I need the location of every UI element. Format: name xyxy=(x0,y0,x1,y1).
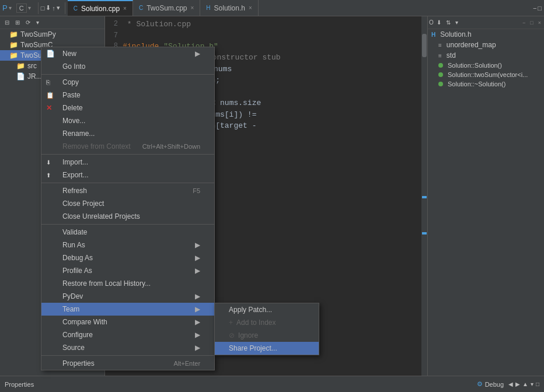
code-line-1: 2 * Solution.cpp xyxy=(105,19,427,30)
outline-ns-icon: ≡ xyxy=(438,52,442,59)
minimize-btn[interactable]: − xyxy=(533,5,536,12)
import-icon: ⬇ xyxy=(46,159,51,166)
toolbar-btn3[interactable]: ↑ xyxy=(52,4,55,12)
dot-green-icon2 xyxy=(438,72,443,77)
tab-close-solution[interactable]: × xyxy=(123,5,127,12)
debug-icon: ⚙ xyxy=(477,380,483,388)
menu-item-move[interactable]: Move... xyxy=(41,114,214,127)
outline-menu-btn[interactable]: ▾ xyxy=(454,18,460,27)
right-panel: O ⬇ ⇅ ▾ − □ × H Solution.h ≡ unordered_m… xyxy=(427,16,544,376)
run-as-arrow: ▶ xyxy=(195,241,200,249)
menu-item-validate[interactable]: Validate xyxy=(41,226,214,239)
compare-arrow: ▶ xyxy=(195,318,200,326)
menu-item-export[interactable]: ⬆ Export... xyxy=(41,169,214,181)
file-icon: 📄 xyxy=(16,72,25,80)
new-arrow: ▶ xyxy=(195,50,200,58)
menu-item-go-into[interactable]: Go Into xyxy=(41,60,214,73)
menu-item-pydev[interactable]: PyDev ▶ xyxy=(41,290,214,303)
outline-item-unordered-map: ≡ unordered_map xyxy=(428,40,544,50)
delete-icon: ✕ xyxy=(46,104,52,112)
separator-2 xyxy=(41,154,214,155)
folder-icon: 📁 xyxy=(9,30,18,38)
outline-item-twosum: Solution::twoSum(vector<i... xyxy=(428,70,544,79)
outline-sort-btn[interactable]: ⇅ xyxy=(444,18,452,27)
menu-item-debug-as[interactable]: Debug As ▶ xyxy=(41,251,214,264)
paste-icon: 📋 xyxy=(46,92,54,99)
menu-item-configure[interactable]: Configure ▶ xyxy=(41,328,214,341)
tab-bar: P ▾ C ▾ □ ⬇ ↑ ▾ C Solution.cpp × C TwoSu… xyxy=(0,0,544,16)
sidebar-item-twosumpy[interactable]: 📁 TwoSumPy xyxy=(0,29,104,40)
menu-item-close-unrelated[interactable]: Close Unrelated Projects xyxy=(41,210,214,223)
status-up-btn[interactable]: ▲ xyxy=(522,381,528,387)
submenu-team: Apply Patch... + Add to Index ⊘ Ignore S… xyxy=(214,303,319,355)
scrollbar-vertical[interactable] xyxy=(421,16,427,376)
menu-item-close-project[interactable]: Close Project xyxy=(41,197,214,210)
outline-h-icon: H xyxy=(431,32,435,38)
sidebar-menu-btn[interactable]: ▾ xyxy=(34,18,41,27)
tab-solution-h[interactable]: H Solution.h × xyxy=(200,0,258,16)
pydev-arrow: ▶ xyxy=(195,292,200,300)
menu-item-compare-with[interactable]: Compare With ▶ xyxy=(41,316,214,328)
sidebar-toolbar: ⊟ ⊞ ⟳ ▾ xyxy=(0,16,104,29)
code-line-7: 7 xyxy=(105,30,427,41)
sidebar-collapse-btn[interactable]: ⊟ xyxy=(2,18,12,27)
outline-item-destructor: Solution::~Solution() xyxy=(428,79,544,89)
outline-item-constructor: Solution::Solution() xyxy=(428,61,544,70)
status-bar: Properties ⚙ Debug ◀ ▶ ▲ ▾ □ xyxy=(0,376,544,392)
menu-item-profile-as[interactable]: Profile As ▶ xyxy=(41,264,214,277)
menu-item-new[interactable]: 📄 New ▶ xyxy=(41,47,214,60)
tab-close-twosum[interactable]: × xyxy=(191,5,194,11)
status-forward-btn[interactable]: ▶ xyxy=(515,381,520,387)
dot-green-icon xyxy=(438,63,443,68)
tab-twosum-cpp[interactable]: C TwoSum.cpp × xyxy=(133,0,200,16)
outline-min-btn[interactable]: − xyxy=(521,19,527,27)
right-panel-toolbar: O ⬇ ⇅ ▾ − □ × xyxy=(428,16,544,29)
submenu-ignore[interactable]: ⊘ Ignore xyxy=(215,329,319,342)
menu-item-properties[interactable]: Properties Alt+Enter xyxy=(41,357,214,370)
separator-3 xyxy=(41,183,214,183)
tab-solution-cpp[interactable]: C Solution.cpp × xyxy=(68,0,133,16)
configure-arrow: ▶ xyxy=(195,331,200,339)
status-back-btn[interactable]: ◀ xyxy=(508,381,513,387)
status-max-btn[interactable]: □ xyxy=(536,381,539,387)
menu-item-team[interactable]: Team ▶ Apply Patch... + Add to Index ⊘ I… xyxy=(41,303,214,316)
submenu-apply-patch[interactable]: Apply Patch... xyxy=(215,303,319,316)
menu-item-refresh[interactable]: Refresh F5 xyxy=(41,184,214,197)
source-arrow: ▶ xyxy=(195,344,200,352)
export-icon: ⬆ xyxy=(46,172,51,178)
menu-item-run-as[interactable]: Run As ▶ xyxy=(41,239,214,251)
menu-item-delete[interactable]: ✕ Delete xyxy=(41,102,214,114)
toolbar-btn4[interactable]: ▾ xyxy=(57,4,60,12)
dot-green-icon3 xyxy=(438,82,443,86)
folder-icon2: 📁 xyxy=(9,41,18,49)
submenu-add-to-index[interactable]: + Add to Index xyxy=(215,316,319,329)
menu-item-source[interactable]: Source ▶ xyxy=(41,341,214,354)
toolbar-btn[interactable]: □ xyxy=(41,4,45,12)
menu-item-copy[interactable]: ⎘ Copy xyxy=(41,76,214,89)
outline-max-btn[interactable]: □ xyxy=(528,19,535,27)
properties-tab[interactable]: Properties xyxy=(5,381,34,388)
status-menu-btn[interactable]: ▾ xyxy=(531,381,533,387)
menu-item-remove-context[interactable]: Remove from Context Ctrl+Alt+Shift+Down xyxy=(41,140,214,153)
tab-h-icon: H xyxy=(206,5,210,11)
toolbar-btn2[interactable]: ⬇ xyxy=(46,4,51,12)
tab-close-solution-h[interactable]: × xyxy=(249,5,252,11)
profile-as-arrow: ▶ xyxy=(195,267,200,275)
debug-as-arrow: ▶ xyxy=(195,254,200,262)
menu-item-restore-history[interactable]: Restore from Local History... xyxy=(41,277,214,290)
outline-collapse-btn[interactable]: ⬇ xyxy=(435,18,443,27)
maximize-btn[interactable]: □ xyxy=(538,5,542,12)
menu-item-import[interactable]: ⬇ Import... xyxy=(41,156,214,169)
separator-1 xyxy=(41,74,214,75)
sidebar-expand-btn[interactable]: ⊞ xyxy=(13,18,22,27)
submenu-share-project[interactable]: Share Project... xyxy=(215,342,319,355)
sidebar-link-btn[interactable]: ⟳ xyxy=(23,18,33,27)
scrollbar-thumb xyxy=(422,34,427,57)
copy-icon: ⎘ xyxy=(46,79,50,86)
menu-item-rename[interactable]: Rename... xyxy=(41,127,214,140)
folder-icon3: 📁 xyxy=(9,51,18,60)
menu-item-paste[interactable]: 📋 Paste xyxy=(41,89,214,102)
outline-item-solution-h: H Solution.h xyxy=(428,29,544,40)
outline-close-btn[interactable]: × xyxy=(536,19,543,27)
debug-tab[interactable]: ⚙ Debug xyxy=(477,380,504,388)
